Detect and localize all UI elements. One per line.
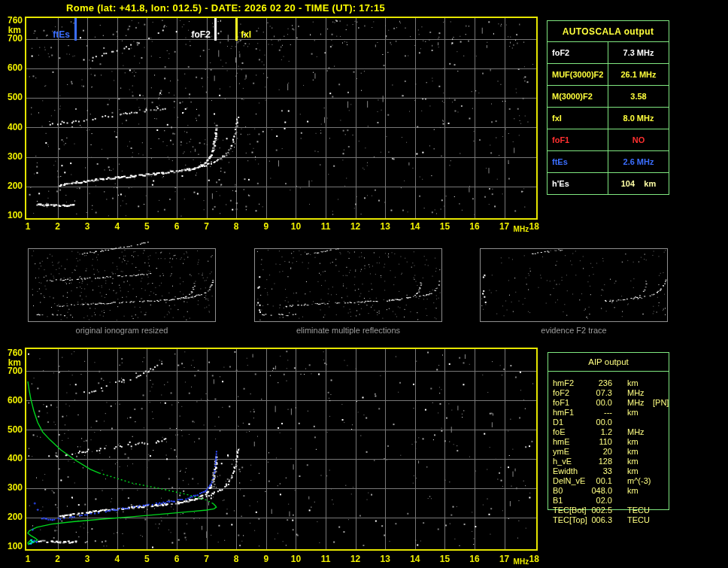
aip-row-unit: km xyxy=(627,408,639,418)
aip-row-unit: km xyxy=(627,437,639,447)
aip-row-value: 110 xyxy=(560,437,612,447)
aip-row-unit: km xyxy=(627,457,639,466)
aip-row: foF100.0MHz[PN] xyxy=(548,398,672,408)
aip-row: B0048.0km xyxy=(548,486,672,496)
autoscala-row-value: NO xyxy=(608,129,669,151)
aip-row-value: 002.5 xyxy=(560,506,612,515)
aip-row: TEC[Top]006.3TECU xyxy=(548,515,672,525)
autoscala-row-value: 3.58 xyxy=(608,86,669,108)
caption-original-ionogram: original ionogram resized xyxy=(28,326,216,335)
autoscala-row: ftEs2.6 MHz xyxy=(548,151,669,173)
autoscala-row-value: 26.1 MHz xyxy=(608,64,669,86)
marker-label-ftEs: ftEs xyxy=(53,29,70,40)
aip-row-value: 33 xyxy=(560,466,612,476)
autoscala-row-value: 2.6 MHz xyxy=(608,151,669,173)
aip-row: D100.0 xyxy=(548,418,672,427)
aip-row: TEC[Bot]002.5TECU xyxy=(548,506,672,515)
aip-row: Ewidth33km xyxy=(548,466,672,476)
aip-row-unit: TECU xyxy=(627,515,650,525)
autoscala-row: MUF(3000)F226.1 MHz xyxy=(548,64,669,86)
aip-row-unit: km xyxy=(627,466,639,476)
autoscala-row-label: foF1 xyxy=(548,129,608,151)
aip-row: foF207.3MHz xyxy=(548,388,672,398)
autoscala-row-label: MUF(3000)F2 xyxy=(548,64,608,86)
page-title: Rome (lat: +41.8, lon: 012.5) - DATE: 20… xyxy=(66,2,385,14)
autoscala-row: h'Es104 km xyxy=(548,173,669,195)
autoscala-row-label: fxI xyxy=(548,108,608,129)
aip-row: h_vE128km xyxy=(548,457,672,466)
autoscala-row-label: h'Es xyxy=(548,173,608,195)
aip-row: hmF1---km xyxy=(548,408,672,418)
aip-row-unit: km xyxy=(627,378,639,388)
marker-label-foF2: foF2 xyxy=(191,29,210,40)
aip-row-unit: MHz xyxy=(627,427,645,437)
caption-eliminate-reflections: eliminate multiple reflections xyxy=(254,326,442,335)
autoscala-table: AUTOSCALA output foF27.3 MHzMUF(3000)F22… xyxy=(547,20,669,195)
aip-rows: hmF2236kmfoF207.3MHzfoF100.0MHz[PN]hmF1-… xyxy=(548,378,672,525)
aip-row-value: --- xyxy=(560,408,612,418)
autoscala-panel: AUTOSCALA output foF27.3 MHzMUF(3000)F22… xyxy=(547,20,669,195)
aip-row: DelN_vE00.1m^(-3) xyxy=(548,476,672,486)
autoscala-row: M(3000)F23.58 xyxy=(548,86,669,108)
aip-row-unit: TECU xyxy=(627,506,650,515)
aip-row-unit: km xyxy=(627,486,639,496)
autoscala-row-value: 104 km xyxy=(608,173,669,195)
aip-row: foE1.2MHz xyxy=(548,427,672,437)
aip-row: B102.0 xyxy=(548,496,672,506)
aip-row-value: 00.0 xyxy=(560,418,612,427)
autoscala-header: AUTOSCALA output xyxy=(548,21,669,42)
aip-row: hmE110km xyxy=(548,437,672,447)
aip-row-value: 00.1 xyxy=(560,476,612,486)
autoscala-screen: Rome (lat: +41.8, lon: 012.5) - DATE: 20… xyxy=(0,0,728,568)
aip-header: AIP output xyxy=(548,352,669,372)
aip-row-value: 07.3 xyxy=(560,388,612,398)
aip-row-value: 048.0 xyxy=(560,486,612,496)
aip-row-unit: MHz xyxy=(627,388,645,398)
autoscala-row-value: 7.3 MHz xyxy=(608,42,669,64)
caption-evidence-f2-trace: evidence F2 trace xyxy=(480,326,668,335)
autoscala-row-label: M(3000)F2 xyxy=(548,86,608,108)
autoscala-row-label: ftEs xyxy=(548,151,608,173)
aip-row: hmF2236km xyxy=(548,378,672,388)
aip-row-value: 00.0 xyxy=(560,398,612,408)
aip-row-value: 02.0 xyxy=(560,496,612,506)
autoscala-row: foF27.3 MHz xyxy=(548,42,669,64)
aip-row-value: 236 xyxy=(560,378,612,388)
aip-row-value: 1.2 xyxy=(560,427,612,437)
marker-label-fxI: fxI xyxy=(241,29,251,40)
aip-row-unit: m^(-3) xyxy=(627,476,651,486)
autoscala-row: foF1NO xyxy=(548,129,669,151)
aip-row: ymE20km xyxy=(548,447,672,457)
aip-row-extra: [PN] xyxy=(653,398,669,408)
autoscala-row-value: 8.0 MHz xyxy=(608,108,669,129)
aip-row-value: 128 xyxy=(560,457,612,466)
autoscala-row-label: foF2 xyxy=(548,42,608,64)
aip-row-value: 006.3 xyxy=(560,515,612,525)
aip-row-unit: MHz xyxy=(627,398,645,408)
aip-row-value: 20 xyxy=(560,447,612,457)
autoscala-row: fxI8.0 MHz xyxy=(548,108,669,129)
aip-row-unit: km xyxy=(627,447,639,457)
